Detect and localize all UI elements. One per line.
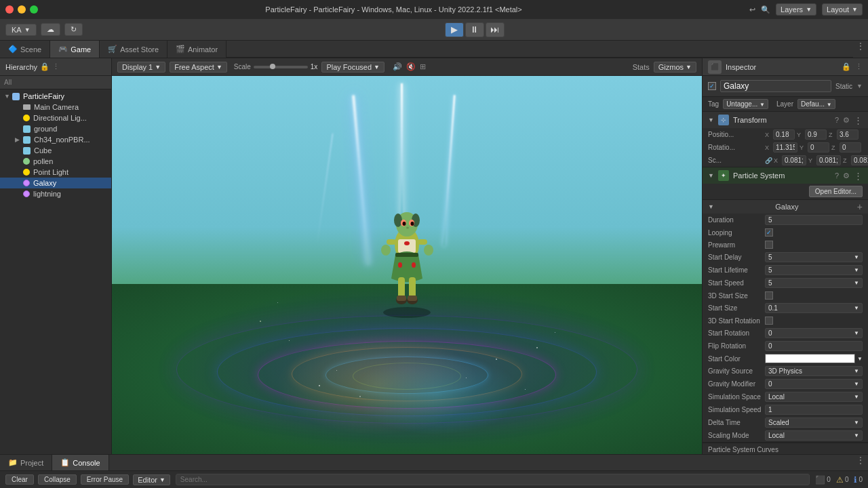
account-label: KA bbox=[12, 26, 22, 34]
aspect-ratio-icon[interactable]: ⊞ bbox=[420, 62, 426, 71]
audio-icon[interactable]: 🔊 bbox=[393, 62, 402, 71]
transform-header[interactable]: ▼ ⊹ Transform ? ⚙ ⋮ bbox=[703, 112, 868, 128]
tag-dropdown[interactable]: Untagge... ▼ bbox=[723, 99, 768, 109]
start-rotation-dropdown[interactable]: 0 ▼ bbox=[765, 328, 863, 338]
scaling-mode-dropdown[interactable]: Local ▼ bbox=[765, 430, 863, 441]
start-delay-dropdown[interactable]: 5 ▼ bbox=[765, 252, 863, 262]
start-speed-dropdown[interactable]: 5 ▼ bbox=[765, 278, 863, 288]
hierarchy-item-maincamera[interactable]: ▶ Main Camera bbox=[0, 102, 111, 113]
particle-system-header[interactable]: ▼ ✦ Particle System ? ⚙ ⋮ bbox=[703, 167, 868, 184]
transform-settings-icon[interactable]: ⚙ bbox=[843, 116, 850, 125]
duration-field[interactable] bbox=[765, 215, 863, 225]
tab-project[interactable]: 📁 Project bbox=[0, 455, 52, 470]
hierarchy-item-ground[interactable]: ▶ ground bbox=[0, 123, 111, 134]
tabs-more-button[interactable]: ⋮ bbox=[853, 41, 868, 58]
rotation-z-field[interactable] bbox=[840, 142, 861, 152]
play-focused-dropdown[interactable]: Play Focused ▼ bbox=[321, 62, 384, 73]
rotation-y-field[interactable] bbox=[808, 142, 829, 152]
gameobject-enabled-checkbox[interactable] bbox=[708, 82, 716, 90]
ps-help-icon[interactable]: ? bbox=[835, 171, 839, 180]
gravity-source-dropdown[interactable]: 3D Physics ▼ bbox=[765, 366, 863, 376]
transform-help-icon[interactable]: ? bbox=[835, 116, 839, 124]
error-pause-button[interactable]: Error Pause bbox=[81, 474, 129, 485]
tab-animator[interactable]: 🎬 Animator bbox=[167, 41, 226, 58]
color-dropdown-arrow-icon[interactable]: ▼ bbox=[857, 356, 863, 362]
transform-more-icon[interactable]: ⋮ bbox=[854, 115, 863, 125]
gameobject-name-field[interactable] bbox=[720, 80, 831, 92]
main-area: Hierarchy 🔒 ⋮ All ▼ ParticleFairy ▶ Main… bbox=[0, 58, 868, 454]
tab-scene[interactable]: 🔷 Scene bbox=[0, 41, 50, 58]
position-y-field[interactable] bbox=[805, 129, 827, 140]
start-size-dropdown[interactable]: 0.1 ▼ bbox=[765, 303, 863, 313]
scale-track[interactable] bbox=[254, 66, 308, 68]
hierarchy-item-pointlight[interactable]: ▶ Point Light bbox=[0, 167, 111, 178]
open-editor-button[interactable]: Open Editor... bbox=[809, 186, 863, 197]
refresh-button[interactable]: ↻ bbox=[64, 23, 83, 36]
scale-x-field[interactable] bbox=[782, 155, 806, 165]
tab-game[interactable]: 🎮 Game bbox=[50, 41, 100, 58]
3d-start-size-checkbox[interactable] bbox=[765, 291, 773, 300]
viewport-canvas[interactable] bbox=[112, 76, 702, 454]
inspector-more-icon[interactable]: ⋮ bbox=[855, 62, 863, 71]
hierarchy-item-cube[interactable]: ▶ Cube bbox=[0, 145, 111, 156]
hierarchy-item-ch34[interactable]: ▶ Ch34_nonPBR... bbox=[0, 134, 111, 145]
collapse-button[interactable]: Collapse bbox=[38, 474, 77, 485]
scale-z-field[interactable] bbox=[851, 155, 868, 165]
clear-button[interactable]: Clear bbox=[5, 474, 34, 485]
rotation-z-item: Z bbox=[831, 142, 861, 152]
hierarchy-more-icon[interactable]: ⋮ bbox=[52, 62, 60, 71]
display-dropdown[interactable]: Display 1 ▼ bbox=[117, 62, 165, 73]
dropdown-arrow-icon: ▼ bbox=[854, 368, 859, 374]
rotation-x-field[interactable] bbox=[773, 142, 797, 152]
simulation-space-dropdown[interactable]: Local ▼ bbox=[765, 392, 863, 402]
play-focused-arrow-icon: ▼ bbox=[374, 64, 380, 70]
scale-y-field[interactable] bbox=[816, 155, 841, 165]
search-icon[interactable]: 🔍 bbox=[761, 5, 770, 14]
layers-dropdown[interactable]: Layers ▼ bbox=[776, 3, 816, 16]
ps-more-icon[interactable]: ⋮ bbox=[854, 171, 863, 181]
minimize-button[interactable] bbox=[18, 5, 26, 14]
gizmos-dropdown[interactable]: Gizmos ▼ bbox=[654, 62, 696, 73]
hierarchy-item-particlefairy[interactable]: ▼ ParticleFairy bbox=[0, 91, 111, 102]
prewarm-checkbox[interactable] bbox=[765, 241, 773, 249]
layer-dropdown[interactable]: Defau... ▼ bbox=[797, 99, 835, 109]
pause-button[interactable]: ⏸ bbox=[465, 22, 484, 37]
bottom-more-button[interactable]: ⋮ bbox=[853, 455, 868, 470]
play-button[interactable]: ▶ bbox=[445, 22, 464, 37]
svg-point-24 bbox=[383, 307, 431, 318]
hierarchy-item-galaxy[interactable]: ▶ Galaxy bbox=[0, 178, 111, 188]
cloud-button[interactable]: ☁ bbox=[41, 23, 60, 36]
console-search-field[interactable] bbox=[176, 474, 810, 485]
editor-dropdown[interactable]: Editor ▼ bbox=[133, 474, 170, 485]
undo-icon[interactable]: ↩ bbox=[749, 5, 755, 14]
step-button[interactable]: ⏭ bbox=[486, 22, 505, 37]
inspector-lock-icon[interactable]: 🔒 bbox=[842, 62, 851, 71]
position-x-field[interactable] bbox=[773, 129, 795, 140]
position-z-field[interactable] bbox=[837, 129, 859, 140]
hierarchy-item-pollen[interactable]: ▶ pollen bbox=[0, 156, 111, 167]
hierarchy-item-directionallight[interactable]: ▶ Directional Lig... bbox=[0, 113, 111, 123]
start-color-swatch[interactable] bbox=[765, 354, 855, 363]
hierarchy-item-lightning[interactable]: ▶ lightning bbox=[0, 188, 111, 199]
account-button[interactable]: KA ▼ bbox=[5, 24, 37, 36]
simulation-speed-field[interactable] bbox=[765, 405, 863, 415]
hierarchy-lock-icon[interactable]: 🔒 bbox=[40, 62, 50, 71]
gravity-modifier-dropdown[interactable]: 0 ▼ bbox=[765, 379, 863, 389]
tab-asset-store[interactable]: 🛒 Asset Store bbox=[100, 41, 167, 58]
close-button[interactable] bbox=[5, 5, 14, 14]
ps-settings-icon[interactable]: ⚙ bbox=[843, 171, 850, 180]
looping-checkbox[interactable] bbox=[765, 228, 773, 237]
static-arrow-icon[interactable]: ▼ bbox=[856, 83, 863, 89]
start-lifetime-dropdown[interactable]: 5 ▼ bbox=[765, 265, 863, 275]
flip-rotation-field[interactable] bbox=[765, 341, 863, 351]
delta-time-dropdown[interactable]: Scaled ▼ bbox=[765, 418, 863, 428]
tab-console[interactable]: 📋 Console bbox=[52, 455, 108, 470]
stats-button[interactable]: Stats bbox=[633, 63, 650, 71]
aspect-dropdown[interactable]: Free Aspect ▼ bbox=[170, 62, 227, 73]
ps-galaxy-section[interactable]: ▼ Galaxy + bbox=[703, 200, 868, 214]
layout-dropdown[interactable]: Layout ▼ bbox=[822, 3, 863, 16]
maximize-button[interactable] bbox=[30, 5, 38, 14]
ps-add-icon[interactable]: + bbox=[857, 201, 863, 212]
mute-icon[interactable]: 🔇 bbox=[406, 62, 416, 71]
3d-start-rotation-checkbox[interactable] bbox=[765, 317, 773, 325]
